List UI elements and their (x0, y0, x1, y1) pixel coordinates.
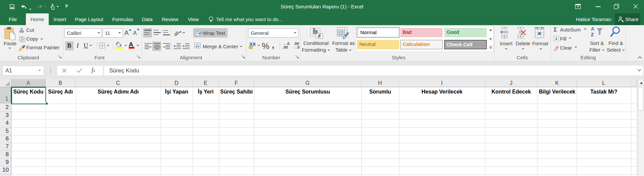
svg-text:ab: ab (173, 30, 180, 37)
svg-text:Z: Z (591, 32, 594, 37)
svg-text:A: A (591, 26, 594, 32)
